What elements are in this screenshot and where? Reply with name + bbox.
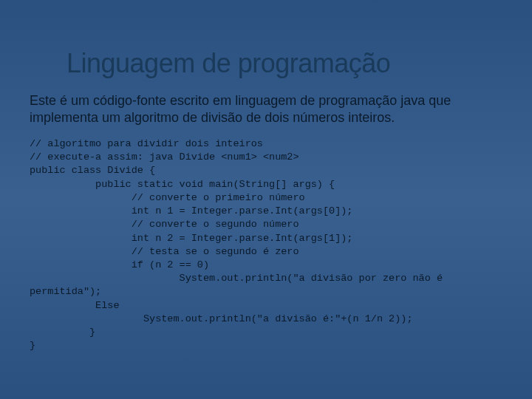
slide-title: Linguagem de programação (30, 48, 502, 79)
slide-description: Este é um código-fonte escrito em lingua… (30, 92, 502, 126)
code-block: // algoritmo para dividir dois inteiros … (30, 137, 502, 353)
